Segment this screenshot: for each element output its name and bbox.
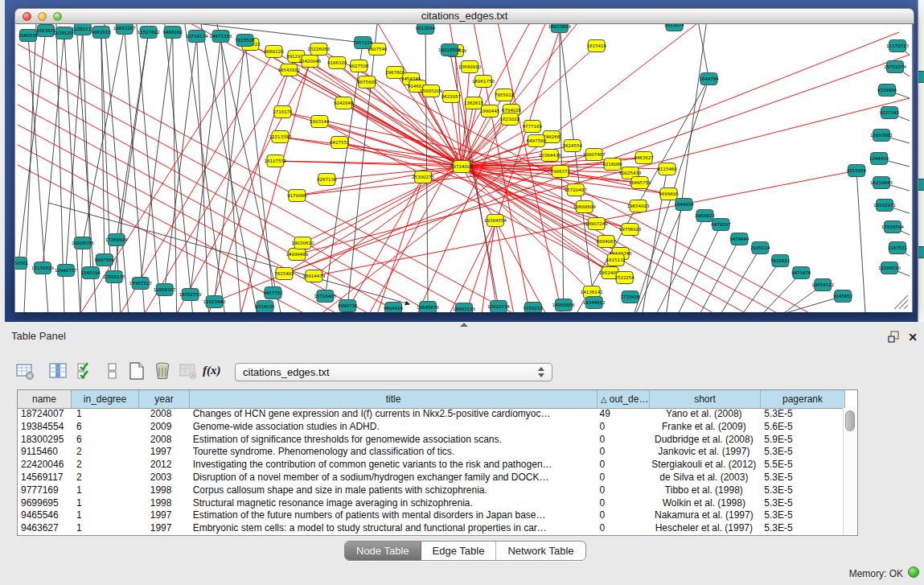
network-node[interactable]: 1640954 [674,199,694,211]
network-node[interactable]: 10719134 [186,31,208,43]
network-node[interactable]: 19030610 [291,237,314,249]
minimize-window-icon[interactable] [38,12,47,21]
network-node[interactable]: 16344612 [583,297,606,309]
network-node[interactable]: 16983128 [453,303,475,313]
network-node[interactable]: 9884067 [596,236,616,248]
network-node[interactable]: 15932971 [873,200,896,212]
panel-divider-handle[interactable] [460,323,468,327]
table-scrollbar[interactable] [843,408,857,535]
delete-table-icon[interactable] [153,361,172,381]
network-node[interactable]: 9170066 [287,190,307,202]
table-row[interactable]: 977716911998Corpus callosum shape and si… [18,484,844,497]
network-node[interactable]: 3624554 [563,140,583,152]
network-node[interactable]: 9777169 [523,121,543,133]
new-table-icon[interactable] [127,361,146,381]
network-node[interactable]: 15885209 [420,85,442,97]
network-node[interactable]: 11156829 [31,262,54,274]
table-selector-dropdown[interactable]: citations_edges.txt [235,363,552,381]
network-node[interactable]: 1615132 [606,254,625,266]
network-node[interactable]: 9457751 [263,287,282,299]
column-header-in_degree[interactable]: in_degree [72,390,139,408]
network-node[interactable]: 2522254 [614,272,634,284]
network-node[interactable]: 8215958 [847,165,867,177]
column-header-short[interactable]: short [650,390,761,408]
network-node[interactable]: 6497568 [527,135,547,147]
network-node[interactable]: 1990445 [480,105,500,117]
network-node[interactable]: 8622057 [441,91,462,103]
function-builder-icon[interactable]: f(x) [203,364,224,383]
show-columns-icon[interactable] [48,361,68,381]
network-node[interactable]: 1621022 [500,113,519,126]
network-node[interactable]: 16914479 [302,270,325,282]
zoom-window-icon[interactable] [53,12,62,21]
network-node[interactable]: 6479197 [711,219,731,231]
network-node[interactable]: 9604016 [384,303,404,313]
tab-node-table[interactable]: Node Table [345,542,421,560]
network-node[interactable]: 9862018 [92,27,112,39]
network-node[interactable]: 13640910 [458,61,481,73]
network-node[interactable]: 16782759 [179,289,202,301]
column-header-title[interactable]: title [190,390,598,408]
network-node[interactable]: 12942757 [55,265,77,277]
network-node[interactable]: 9463627 [634,152,654,164]
network-node[interactable]: 16033809 [548,24,571,33]
network-node[interactable]: 18845678 [417,302,439,313]
table-row[interactable]: 1872400712008Changes of HCN gene express… [18,408,844,421]
network-node[interactable]: 12610734 [487,301,510,313]
network-node[interactable]: 12505135 [103,271,125,283]
network-node[interactable]: 7815526 [235,35,255,47]
network-node[interactable]: 8958923 [695,210,715,222]
network-node[interactable]: 8471676 [791,267,811,279]
tab-edge-table[interactable]: Edge Table [421,542,497,560]
network-node[interactable]: 9350218 [524,303,544,313]
network-node[interactable]: 9227343 [880,107,900,119]
network-node[interactable]: 9115460 [657,163,677,175]
network-node[interactable]: 18724007 [450,161,473,173]
network-node[interactable]: 14099489 [285,249,308,261]
network-node[interactable]: 14988806 [552,299,575,311]
network-node[interactable]: 8427552 [330,137,349,149]
table-row[interactable]: 1830029562008Estimation of significance … [18,434,844,447]
network-node[interactable]: 8813074 [664,24,684,31]
network-node[interactable]: 8813054 [416,24,436,35]
network-node[interactable]: 8860128 [264,46,284,58]
network-node[interactable]: 10807487 [583,149,606,161]
deselect-all-icon[interactable] [103,361,122,381]
network-node[interactable]: 20206556 [72,237,94,249]
network-node[interactable]: 2803144 [310,116,330,128]
network-node[interactable]: 7857224 [353,37,373,49]
network-node[interactable]: 10653287 [113,24,136,35]
network-node[interactable]: 2935114 [750,242,770,254]
network-node[interactable]: 12164510 [878,262,901,274]
network-node[interactable]: 9466160 [162,27,183,39]
network-node[interactable]: 9097588 [95,254,115,266]
network-node[interactable]: 1167531 [888,242,907,254]
delete-column-icon[interactable] [179,361,198,381]
network-node[interactable]: 9699695 [659,188,679,200]
network-node[interactable]: 8267130 [317,174,337,186]
memory-status-indicator-icon[interactable] [908,566,919,578]
network-node[interactable]: 19654923 [627,200,650,212]
network-node[interactable]: 10688609 [573,201,596,213]
window-titlebar[interactable]: citations_edges.txt [14,8,914,24]
network-node[interactable]: 23226058 [307,43,330,56]
network-node[interactable]: 8350561 [15,257,28,270]
network-node[interactable]: 10654122 [811,279,834,291]
network-node[interactable]: 18907249 [585,218,608,230]
select-all-icon[interactable] [76,361,96,381]
table-row[interactable]: 1938455462009Genome-wide association stu… [18,421,844,434]
network-node[interactable]: 16961758 [472,76,495,88]
network-node[interactable]: 1545194 [81,267,101,279]
table-row[interactable]: 969969511998Structural magnetic resonanc… [18,497,844,510]
column-header-pagerank[interactable]: pagerank [761,390,845,408]
network-node[interactable]: 1733426 [620,291,640,303]
network-node[interactable]: 9474444 [729,233,749,245]
float-window-icon[interactable] [886,331,901,344]
network-node[interactable]: 9245652 [833,290,852,303]
network-node[interactable]: 1615419 [586,40,606,52]
network-node[interactable]: 17016504 [881,221,904,233]
network-node[interactable]: 15716485 [314,290,336,303]
close-icon[interactable]: ✕ [906,331,920,344]
network-node[interactable]: 7632621 [770,255,790,267]
network-node[interactable]: 25300275 [412,171,434,183]
